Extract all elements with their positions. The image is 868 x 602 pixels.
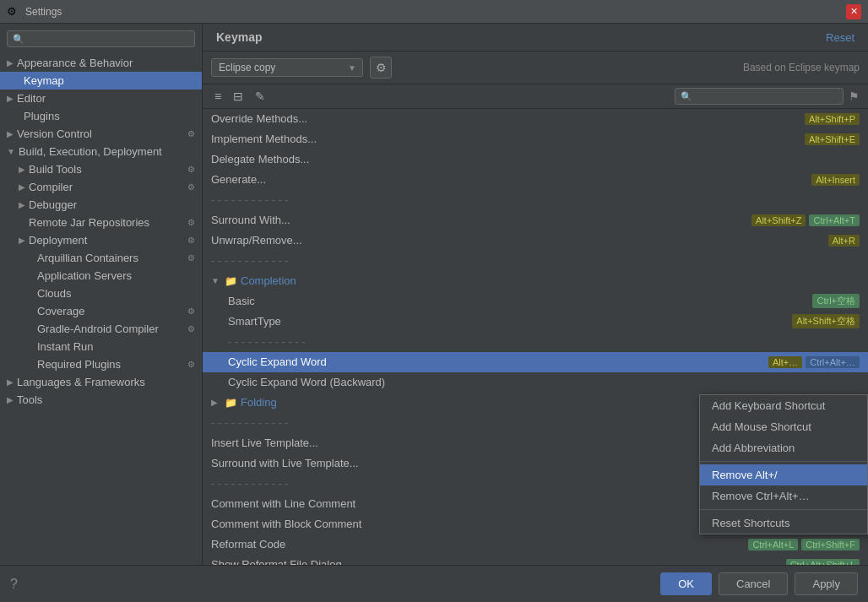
sidebar-item-gradle-android[interactable]: Gradle-Android Compiler ⚙	[0, 320, 202, 338]
keymap-content: ≡ ⊟ ✎ 🔍 ⚑ Override Methods... Alt+Shift+…	[203, 84, 868, 565]
shortcut-badge: Alt+Insert	[811, 174, 860, 186]
sidebar-item-label: Plugins	[24, 110, 60, 122]
expand-arrow: ▶	[7, 129, 14, 138]
ctx-divider	[700, 461, 867, 462]
sidebar-item-label: Debugger	[29, 198, 77, 211]
shortcut-badge: Alt+Shift+Z	[751, 214, 806, 226]
expand-arrow: ▶	[7, 58, 14, 68]
expand-arrow: ▶	[19, 236, 25, 245]
list-item[interactable]: SmartType Alt+Shift+空格	[203, 312, 868, 332]
keymap-dropdown[interactable]: Eclipse copy Default Mac OS X Emacs	[211, 58, 363, 77]
list-item[interactable]: Generate... Alt+Insert	[203, 170, 868, 190]
cancel-button[interactable]: Cancel	[719, 572, 788, 595]
settings-icon: ⚙	[187, 360, 195, 369]
list-item[interactable]: Cyclic Expand Word (Backward)	[203, 372, 868, 393]
list-item[interactable]: Delegate Methods...	[203, 149, 868, 170]
sidebar-item-languages[interactable]: ▶ Languages & Frameworks	[0, 373, 202, 391]
settings-icon: ⚙	[187, 306, 195, 316]
list-item[interactable]: Override Methods... Alt+Shift+P	[203, 109, 868, 129]
sidebar-item-debugger[interactable]: ▶ Debugger	[0, 196, 202, 214]
list-item[interactable]: Basic Ctrl+空格	[203, 291, 868, 312]
keymap-search[interactable]: 🔍	[675, 88, 844, 105]
sidebar-item-label: Editor	[17, 92, 46, 105]
shortcut-badge: Alt+Shift+P	[805, 113, 860, 125]
sidebar-item-label: Build Tools	[29, 163, 82, 176]
ctx-add-abbreviation[interactable]: Add Abbreviation	[700, 437, 867, 458]
ctx-remove-ctrl[interactable]: Remove Ctrl+Alt+…	[700, 485, 867, 507]
based-on-label: Based on Eclipse keymap	[743, 62, 860, 73]
window-title: Settings	[25, 6, 846, 18]
sidebar-item-build-exec[interactable]: ▼ Build, Execution, Deployment	[0, 143, 202, 160]
sidebar-item-compiler[interactable]: ▶ Compiler ⚙	[0, 178, 202, 196]
ctx-add-keyboard[interactable]: Add Keyboard Shortcut	[700, 395, 867, 416]
reset-button[interactable]: Reset	[826, 31, 854, 44]
title-bar: ⚙ Settings ✕	[0, 0, 868, 24]
sidebar-item-build-tools[interactable]: ▶ Build Tools ⚙	[0, 160, 202, 178]
sidebar-item-required-plugins[interactable]: Required Plugins ⚙	[0, 355, 202, 373]
collapse-all-button[interactable]: ⊟	[230, 88, 247, 105]
settings-icon: ⚙	[187, 218, 195, 227]
app-icon: ⚙	[7, 5, 20, 19]
list-item[interactable]: Show Reformat File Dialog Ctrl+Alt+Shift…	[203, 555, 868, 565]
folder-icon: 📁	[225, 275, 237, 287]
shortcut-badge: Ctrl+Alt+…	[806, 356, 860, 368]
sidebar-item-version-control[interactable]: ▶ Version Control ⚙	[0, 125, 202, 143]
shortcut-badge: Ctrl+Shift+F	[801, 539, 860, 550]
sidebar-item-label: Arquillian Containers	[37, 252, 138, 264]
help-button[interactable]: ?	[10, 577, 18, 592]
list-group-header[interactable]: ▼ 📁 Completion	[203, 271, 868, 291]
right-panel: Keymap Reset Eclipse copy Default Mac OS…	[203, 24, 868, 565]
search-icon: 🔍	[13, 34, 24, 45]
close-button[interactable]: ✕	[846, 4, 861, 19]
sidebar-item-instant-run[interactable]: Instant Run	[0, 338, 202, 355]
group-expand-arrow: ▼	[211, 276, 221, 285]
main-container: 🔍 ▶ Appearance & Behavior Keymap ▶ Edito…	[0, 24, 868, 602]
sidebar-search[interactable]: 🔍	[7, 30, 195, 47]
gear-button[interactable]: ⚙	[370, 57, 392, 79]
expand-arrow: ▼	[7, 147, 15, 156]
ok-button[interactable]: OK	[660, 572, 712, 595]
apply-button[interactable]: Apply	[795, 572, 858, 595]
panel-header: Keymap Reset	[203, 24, 868, 52]
sidebar-item-app-servers[interactable]: Application Servers	[0, 267, 202, 285]
list-item[interactable]: Implement Methods... Alt+Shift+E	[203, 129, 868, 149]
sidebar-item-clouds[interactable]: Clouds	[0, 285, 202, 302]
shortcut-badge: Alt+Shift+E	[805, 133, 860, 145]
sidebar-search-input[interactable]	[28, 33, 189, 45]
sidebar-item-coverage[interactable]: Coverage ⚙	[0, 302, 202, 320]
sidebar-item-remote-jar[interactable]: Remote Jar Repositories ⚙	[0, 214, 202, 231]
edit-button[interactable]: ✎	[252, 88, 269, 105]
sidebar-item-deployment[interactable]: ▶ Deployment ⚙	[0, 231, 202, 249]
sidebar-item-keymap[interactable]: Keymap	[0, 72, 202, 89]
sidebar-item-label: Application Servers	[37, 269, 132, 282]
sidebar-item-tools[interactable]: ▶ Tools	[0, 391, 202, 409]
sidebar-item-label: Coverage	[37, 305, 84, 317]
list-item[interactable]: Surround With... Alt+Shift+Z Ctrl+Alt+T	[203, 210, 868, 230]
expand-all-button[interactable]: ≡	[211, 88, 225, 105]
expand-arrow: ▶	[19, 200, 25, 209]
list-item[interactable]: Unwrap/Remove... Alt+R	[203, 230, 868, 251]
list-separator: - - - - - - - - - - - -	[203, 332, 868, 352]
search-icon: 🔍	[681, 91, 692, 102]
sidebar-item-label: Instant Run	[37, 340, 94, 353]
list-item-cyclic-expand[interactable]: Cyclic Expand Word Alt+… Ctrl+Alt+… Add …	[203, 352, 868, 372]
sidebar-item-arquillian[interactable]: Arquillian Containers ⚙	[0, 249, 202, 267]
sidebar-item-editor[interactable]: ▶ Editor	[0, 89, 202, 107]
sidebar-item-label: Remote Jar Repositories	[29, 216, 149, 229]
ctx-remove-alt[interactable]: Remove Alt+/	[700, 464, 867, 485]
keymap-select-wrapper: Eclipse copy Default Mac OS X Emacs ▼	[211, 58, 363, 77]
ctx-reset-shortcuts[interactable]: Reset Shortcuts	[700, 513, 867, 534]
filter-button[interactable]: ⚑	[849, 89, 860, 103]
sidebar-item-plugins[interactable]: Plugins	[0, 107, 202, 125]
sidebar-item-label: Clouds	[37, 287, 71, 300]
context-menu: Add Keyboard Shortcut Add Mouse Shortcut…	[699, 394, 868, 534]
shortcut-badge: Ctrl+Alt+T	[809, 214, 860, 226]
content-area: 🔍 ▶ Appearance & Behavior Keymap ▶ Edito…	[0, 24, 868, 565]
panel-title: Keymap	[216, 30, 262, 44]
list-separator: - - - - - - - - - - - -	[203, 190, 868, 210]
list-item[interactable]: Reformat Code Ctrl+Alt+L Ctrl+Shift+F	[203, 534, 868, 555]
ctx-add-mouse[interactable]: Add Mouse Shortcut	[700, 416, 867, 437]
ctx-divider2	[700, 509, 867, 510]
sidebar-item-appearance[interactable]: ▶ Appearance & Behavior	[0, 54, 202, 72]
keymap-search-input[interactable]	[696, 90, 838, 102]
